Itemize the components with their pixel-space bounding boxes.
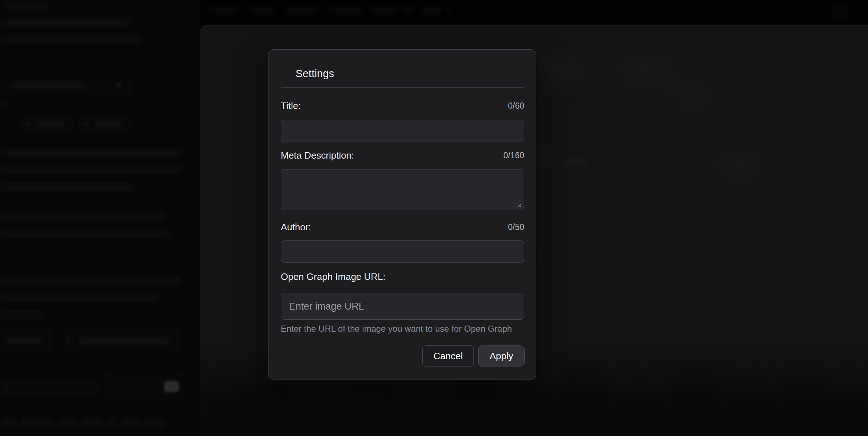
- textarea-resize-handle[interactable]: [516, 202, 522, 208]
- meta-description-label-row: Meta Description: 0/160: [281, 150, 524, 161]
- og-image-url-label: Open Graph Image URL:: [281, 271, 385, 282]
- apply-button[interactable]: Apply: [478, 345, 525, 366]
- dialog-title: Settings: [296, 68, 334, 80]
- title-char-counter: 0/60: [508, 100, 524, 111]
- divider: [281, 87, 524, 88]
- cancel-button[interactable]: Cancel: [422, 345, 474, 366]
- title-label: Title:: [281, 100, 301, 112]
- og-image-helper-text: Enter the URL of the image you want to u…: [281, 324, 524, 334]
- author-label: Author:: [281, 222, 311, 233]
- author-input[interactable]: [281, 240, 524, 263]
- og-image-label-row: Open Graph Image URL:: [281, 271, 524, 282]
- author-char-counter: 0/50: [508, 222, 524, 232]
- meta-description-label: Meta Description:: [281, 150, 354, 161]
- meta-description-char-counter: 0/160: [503, 150, 524, 160]
- settings-dialog: Settings Title: 0/60 Meta Description: 0…: [268, 49, 536, 380]
- author-label-row: Author: 0/50: [281, 222, 524, 233]
- og-image-url-input[interactable]: [281, 293, 524, 320]
- title-input[interactable]: [281, 120, 524, 142]
- title-label-row: Title: 0/60: [281, 100, 524, 112]
- meta-description-textarea[interactable]: [281, 169, 524, 210]
